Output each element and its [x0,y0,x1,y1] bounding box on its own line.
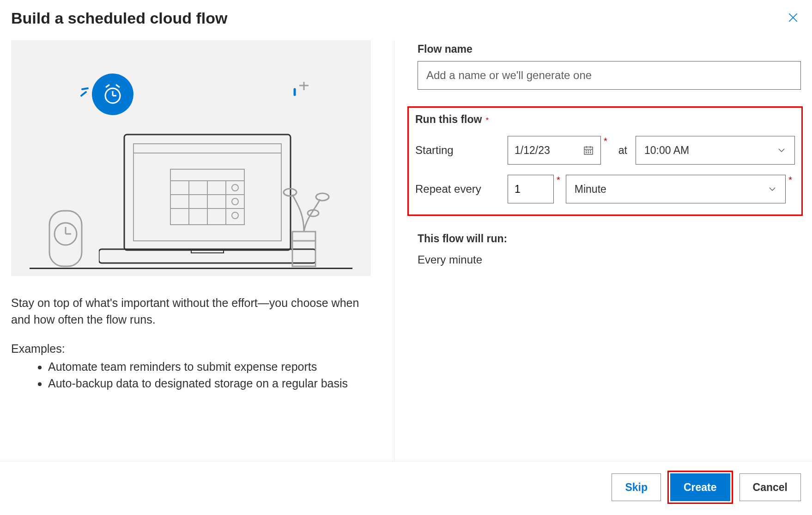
svg-rect-43 [588,152,589,153]
start-time-value: 10:00 AM [644,144,689,157]
svg-line-22 [81,92,86,96]
schedule-highlight-box: Run this flow * Starting 1/12/23 * at 10… [407,106,803,216]
run-this-flow-label: Run this flow [415,113,482,125]
plus-sparkle-icon [293,82,311,100]
cancel-button[interactable]: Cancel [739,473,801,501]
flow-run-summary-title: This flow will run: [418,233,801,245]
svg-rect-44 [590,152,591,153]
svg-rect-41 [590,150,591,152]
close-button[interactable] [785,10,801,27]
svg-line-23 [82,88,88,89]
repeat-unit-select[interactable]: Minute [566,175,786,203]
start-time-select[interactable]: 10:00 AM [636,136,795,165]
required-asterisk: * [486,116,489,124]
create-button[interactable]: Create [670,473,730,501]
at-label: at [618,144,627,157]
chevron-down-icon [768,184,777,194]
flow-name-input[interactable] [418,61,801,90]
svg-point-14 [232,184,238,191]
svg-line-21 [116,85,120,87]
close-icon [787,12,799,24]
required-asterisk: * [788,175,792,185]
flow-name-label: Flow name [418,43,801,55]
chevron-down-icon [777,146,786,155]
svg-rect-42 [586,152,587,153]
start-date-value: 1/12/23 [515,144,550,157]
plant-icon [274,176,334,269]
sparkle-icon [80,86,94,100]
required-asterisk: * [604,136,607,147]
starting-label: Starting [415,144,508,157]
create-highlight-box: Create [667,471,733,504]
dialog-title: Build a scheduled cloud flow [11,9,227,27]
examples-label: Examples: [11,342,371,356]
svg-rect-40 [588,150,589,152]
svg-point-33 [316,193,329,201]
start-date-input[interactable]: 1/12/23 [508,136,601,165]
svg-point-16 [232,212,238,219]
repeat-interval-input[interactable] [508,175,554,203]
example-item: Automate team reminders to submit expens… [48,358,371,375]
alarm-clock-icon [92,74,133,115]
skip-button[interactable]: Skip [612,473,661,501]
desk-clock-icon [47,208,84,269]
scheduled-flow-illustration [11,40,371,276]
repeat-every-label: Repeat every [415,183,508,196]
required-asterisk: * [557,175,560,185]
flow-run-summary-text: Every minute [418,253,801,266]
calendar-icon [583,145,594,156]
svg-point-32 [284,189,297,196]
svg-point-15 [232,198,238,205]
repeat-unit-value: Minute [575,183,606,196]
svg-rect-39 [586,150,587,152]
svg-rect-27 [49,211,82,266]
description-text: Stay on top of what's important without … [11,294,371,328]
svg-line-20 [106,85,109,87]
example-item: Auto-backup data to designated storage o… [48,375,371,392]
